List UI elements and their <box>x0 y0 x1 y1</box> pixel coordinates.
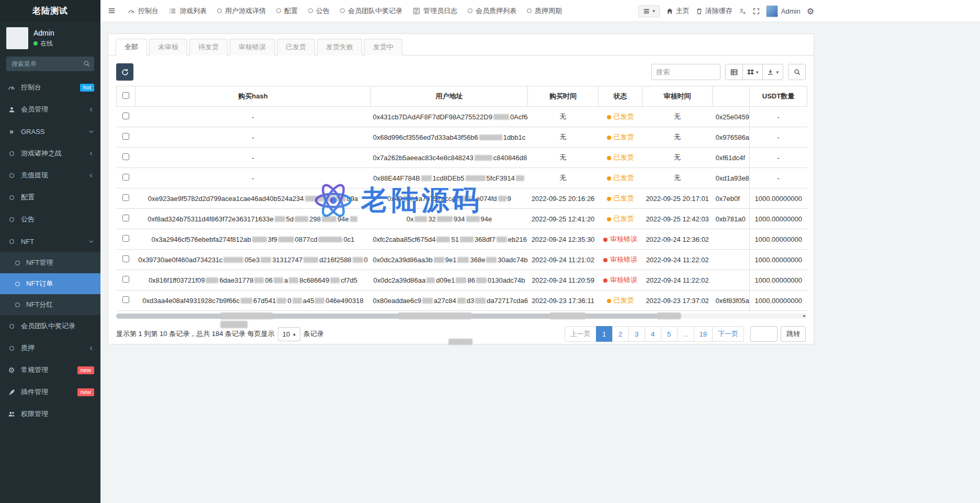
filter-tab[interactable]: 待发货 <box>189 39 228 55</box>
navbar-item[interactable]: 游戏列表 <box>164 0 212 21</box>
filter-tab[interactable]: 全部 <box>116 39 147 55</box>
sidebar-item[interactable]: 配置 <box>0 186 100 208</box>
row-checkbox[interactable] <box>122 113 129 119</box>
records-summary: 显示第 1 到第 10 条记录，总共 184 条记录 每页显示 10 ▴ 条记录 <box>116 327 324 341</box>
page-prev[interactable]: 上一页 <box>565 326 596 342</box>
home-link[interactable]: 主页 <box>666 6 690 16</box>
sidebar-item[interactable]: »GRASS <box>0 120 100 142</box>
scrollbar-arrow-right-icon[interactable]: ▸ <box>803 313 806 318</box>
sidebar-subitem[interactable]: NFT订单 <box>0 273 100 294</box>
page-number[interactable]: 19 <box>694 326 713 342</box>
clear-cache-label: 清除缓存 <box>705 6 733 16</box>
column-header[interactable]: 购买时间 <box>528 86 599 107</box>
export-button[interactable]: ▾ <box>762 64 783 80</box>
sidebar-subitem[interactable]: NFT分红 <box>0 294 100 315</box>
page-number[interactable]: 3 <box>628 326 645 342</box>
search-icon <box>83 60 90 67</box>
row-checkbox[interactable] <box>122 133 129 140</box>
column-header[interactable]: USDT数量 <box>750 86 807 107</box>
navbar-item-label: 控制台 <box>138 6 159 16</box>
sidebar-item[interactable]: 质押 <box>0 337 100 359</box>
jump-page-input[interactable] <box>750 326 778 342</box>
row-checkbox[interactable] <box>122 235 129 242</box>
page-size-select[interactable]: 10 ▴ <box>278 327 300 341</box>
row-checkbox[interactable] <box>122 255 129 262</box>
filter-tab[interactable]: 已发货 <box>277 39 315 55</box>
navbar-user[interactable]: Admin <box>766 5 801 17</box>
settings-gear-icon[interactable]: ⚙ <box>807 6 814 16</box>
sidebar-search <box>6 57 94 71</box>
hot-badge: hot <box>80 84 94 92</box>
column-header[interactable]: 用户地址 <box>371 86 528 107</box>
buy-time-cell: 无 <box>528 127 599 148</box>
navbar-item[interactable]: 用户游戏详情 <box>212 0 271 21</box>
column-header[interactable]: 审核时间 <box>643 86 713 107</box>
page-number[interactable]: 5 <box>661 326 678 342</box>
dashboard-icon <box>128 7 135 15</box>
navbar-item[interactable]: 会员质押列表 <box>463 0 522 21</box>
redacted-text <box>318 237 342 242</box>
navbar-item[interactable]: 公告 <box>303 0 335 21</box>
page-number[interactable]: 2 <box>612 326 629 342</box>
table-search-input[interactable] <box>651 64 720 80</box>
language-icon[interactable]: 文A <box>739 7 747 15</box>
sidebar-item[interactable]: 公告 <box>0 208 100 230</box>
sidebar-item[interactable]: 会员团队中奖记录 <box>0 315 100 337</box>
row-checkbox[interactable] <box>122 296 129 303</box>
sidebar-item[interactable]: 充值提现 <box>0 164 100 186</box>
jump-button[interactable]: 跳转 <box>781 326 806 342</box>
chevron-down-icon <box>88 129 94 135</box>
circle-icon <box>6 195 17 200</box>
redacted-text <box>434 257 444 263</box>
navbar-item-label: 配置 <box>284 6 298 16</box>
clear-cache-link[interactable]: 清除缓存 <box>696 6 733 16</box>
fullscreen-icon[interactable] <box>753 8 760 15</box>
search-toggle-button[interactable] <box>788 64 806 80</box>
page-number[interactable]: 1 <box>596 326 613 342</box>
navbar-item[interactable]: 管理员日志 <box>408 0 463 21</box>
navbar-item-label: 会员团队中奖记录 <box>348 6 402 16</box>
filter-tab[interactable]: 发货失败 <box>317 39 362 55</box>
navbar-item[interactable]: 会员团队中奖记录 <box>335 0 408 21</box>
sidebar-item[interactable]: ⚙常规管理new <box>0 359 100 381</box>
navbar-item[interactable]: 质押周期 <box>522 0 567 21</box>
filter-tab[interactable]: 审核错误 <box>230 39 275 55</box>
row-checkbox[interactable] <box>122 276 129 283</box>
sidebar-menu: 控制台hot会员管理»GRASS游戏诸神之战充值提现配置公告NFTNFT管理NF… <box>0 76 100 425</box>
column-header[interactable]: 购买hash <box>136 86 371 107</box>
column-header[interactable]: 状态 <box>599 86 643 107</box>
sidebar-item[interactable]: 权限管理 <box>0 403 100 425</box>
sidebar-item[interactable]: 会员管理 <box>0 98 100 120</box>
sidebar-search-input[interactable] <box>6 57 94 71</box>
filter-tab[interactable]: 未审核 <box>149 39 187 55</box>
sidebar-item[interactable]: 控制台hot <box>0 76 100 98</box>
sidebar-subitem[interactable]: NFT管理 <box>0 252 100 273</box>
sidebar-item[interactable]: NFT <box>0 230 100 252</box>
status-label: 已发货 <box>614 215 634 222</box>
navbar-item[interactable]: 配置 <box>271 0 303 21</box>
columns-button[interactable]: ▾ <box>742 64 763 80</box>
sidebar-toggle-icon[interactable] <box>100 0 122 21</box>
filter-tab[interactable]: 发货中 <box>364 39 402 55</box>
toggle-view-button[interactable] <box>725 64 743 80</box>
row-checkbox[interactable] <box>122 215 129 221</box>
table-row: -0x7a262b5aeeac83c4e8c848243c840846d8无已发… <box>117 148 807 168</box>
row-checkbox[interactable] <box>122 194 129 201</box>
nav-list-dropdown[interactable]: ▾ <box>638 5 660 17</box>
row-checkbox[interactable] <box>122 153 129 160</box>
user-name: Admin <box>33 29 54 37</box>
navbar-item[interactable]: 控制台 <box>122 0 164 21</box>
buy-hash-cell: - <box>136 127 371 148</box>
column-header[interactable] <box>713 86 750 107</box>
address-cell: 0x0dc2a39d86aad09e1860130adc74b <box>371 270 528 290</box>
row-checkbox[interactable] <box>122 174 129 181</box>
ship-hash-cell: 0x25e0459 <box>713 107 750 127</box>
page-next[interactable]: 下一页 <box>712 326 744 342</box>
refresh-button[interactable] <box>116 63 133 81</box>
redacted-text <box>486 257 497 263</box>
sidebar-item[interactable]: 游戏诸神之战 <box>0 142 100 164</box>
sidebar-item[interactable]: 插件管理new <box>0 381 100 403</box>
horizontal-scrollbar[interactable]: ▸ <box>116 314 807 319</box>
page-number[interactable]: 4 <box>645 326 661 342</box>
select-all-checkbox[interactable] <box>122 92 129 99</box>
